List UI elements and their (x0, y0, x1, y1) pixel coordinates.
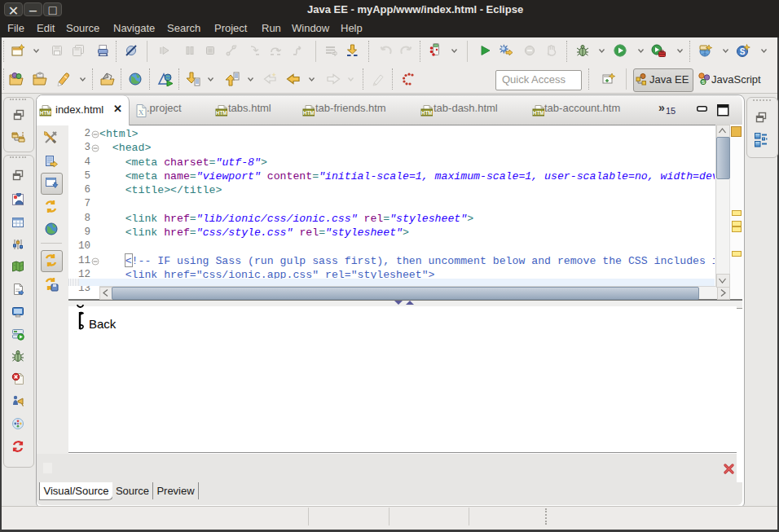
svg-text:S: S (702, 80, 705, 85)
svg-text:HTM: HTM (40, 110, 51, 116)
svg-text:HTM: HTM (216, 110, 227, 116)
svg-text:HTM: HTM (533, 110, 544, 116)
svg-text:X: X (139, 108, 144, 117)
svg-text:HTM: HTM (303, 110, 315, 116)
svg-text:S: S (740, 47, 746, 56)
svg-text:HTM: HTM (421, 110, 433, 116)
